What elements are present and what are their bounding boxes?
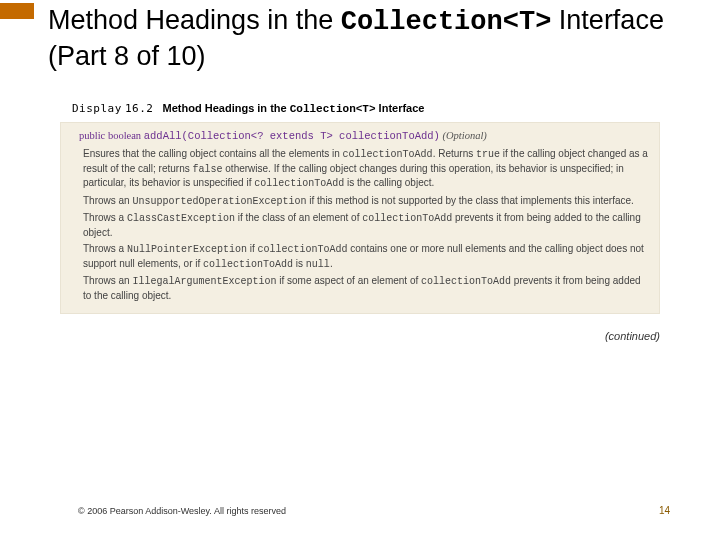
para-1: Ensures that the calling object contains… bbox=[83, 147, 649, 191]
method-signature: public boolean addAll(Collection<? exten… bbox=[79, 129, 649, 143]
sig-name: addAll(Collection<? extends T> collectio… bbox=[144, 130, 440, 142]
para-3: Throws a ClassCastException if the class… bbox=[83, 211, 649, 239]
slide-title: Method Headings in the Collection<T> Int… bbox=[48, 4, 708, 74]
display-caption: Display 16.2 Method Headings in the Coll… bbox=[72, 102, 424, 115]
sig-optional: (Optional) bbox=[443, 130, 487, 141]
para-4: Throws a NullPointerException if collect… bbox=[83, 242, 649, 271]
sig-kw-boolean: boolean bbox=[108, 130, 141, 141]
display-number: 16.2 bbox=[125, 102, 154, 115]
display-text: Method Headings in the bbox=[163, 102, 290, 114]
para-2: Throws an UnsupportedOperationException … bbox=[83, 194, 649, 209]
footer-page-number: 14 bbox=[659, 505, 670, 516]
display-code: Collection<T> bbox=[290, 103, 376, 115]
sig-kw-public: public bbox=[79, 130, 105, 141]
display-word: Display bbox=[72, 102, 122, 115]
para-5: Throws an IllegalArgumentException if so… bbox=[83, 274, 649, 302]
title-pre: Method Headings in the bbox=[48, 5, 341, 35]
display-suffix: Interface bbox=[376, 102, 425, 114]
continued-label: (continued) bbox=[605, 330, 660, 342]
footer-copyright: © 2006 Pearson Addison-Wesley. All right… bbox=[78, 506, 286, 516]
title-code: Collection<T> bbox=[341, 7, 552, 37]
accent-bar bbox=[0, 3, 34, 19]
method-box: public boolean addAll(Collection<? exten… bbox=[60, 122, 660, 314]
slide: Method Headings in the Collection<T> Int… bbox=[0, 0, 720, 540]
